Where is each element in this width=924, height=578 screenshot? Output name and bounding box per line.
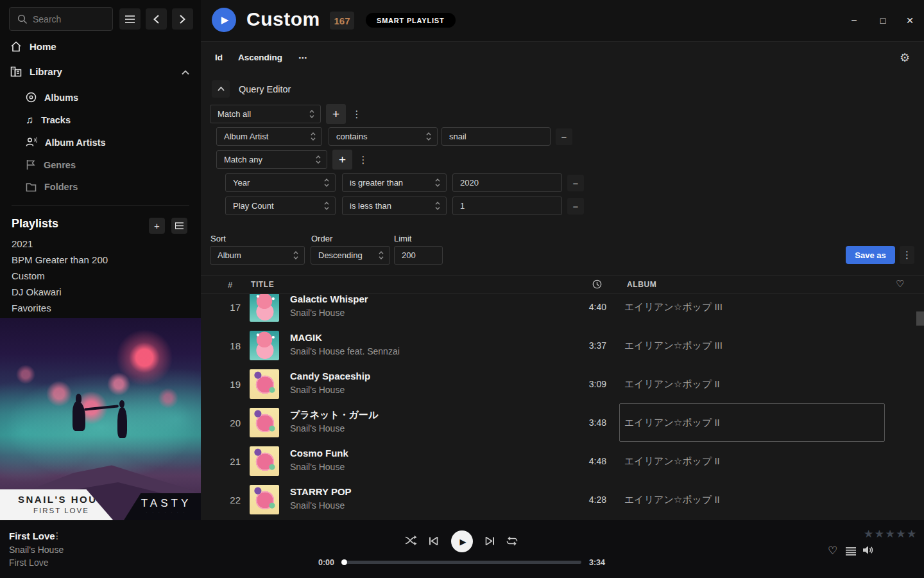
menu-button[interactable]: [119, 8, 141, 30]
sidebar-item-folders[interactable]: Folders: [26, 182, 78, 192]
track-duration: 4:28: [547, 480, 606, 519]
sidebar-item-tracks[interactable]: ♫ Tracks: [26, 114, 71, 126]
elapsed-time: 0:00: [308, 558, 334, 567]
rating-stars[interactable]: ★★★★★: [864, 527, 918, 541]
flag-icon: [26, 159, 36, 170]
order-label: Order: [311, 234, 332, 243]
index-column-header[interactable]: #: [228, 280, 233, 290]
sidebar-item-album-artists[interactable]: Album Artists: [26, 137, 106, 148]
seek-handle[interactable]: [341, 559, 347, 565]
minus-icon: −: [561, 132, 567, 143]
playlist-item[interactable]: DJ Okawari: [12, 286, 62, 297]
track-duration: 4:48: [547, 442, 606, 480]
sidebar-item-genres[interactable]: Genres: [26, 159, 76, 170]
sort-select[interactable]: Album: [210, 246, 305, 265]
volume-button[interactable]: [862, 545, 873, 555]
close-button[interactable]: ×: [900, 11, 920, 30]
track-row[interactable]: 19 Candy Spaceship Snail's House 3:09 エイ…: [201, 365, 924, 403]
rule-value-input[interactable]: [441, 127, 551, 146]
sidebar-item-library[interactable]: Library: [10, 66, 62, 77]
remove-rule-button[interactable]: −: [567, 175, 584, 191]
group-menu-button[interactable]: ⋮: [351, 104, 363, 124]
track-row[interactable]: 20 プラネット・ガール Snail's House 3:48 エイリアン☆ポッ…: [201, 403, 924, 442]
track-row[interactable]: 18 MAGIK Snail's House feat. Sennzai 3:3…: [201, 326, 924, 365]
rule-operator-select[interactable]: contains: [329, 127, 438, 146]
title-column-header[interactable]: TITLE: [251, 280, 274, 289]
nav-forward-button[interactable]: [172, 8, 193, 30]
limit-input[interactable]: [394, 246, 443, 265]
rule-operator-select[interactable]: is less than: [342, 197, 447, 215]
plus-icon: +: [332, 107, 339, 121]
minimize-button[interactable]: −: [844, 11, 864, 30]
home-icon: [10, 41, 22, 52]
rule-field-select[interactable]: Album Artist: [216, 127, 322, 146]
play-playlist-button[interactable]: ▶: [212, 8, 236, 32]
track-row[interactable]: 22 STARRY POP Snail's House 4:28 エイリアン☆ポ…: [201, 480, 924, 519]
rule-field-select[interactable]: Year: [225, 173, 336, 192]
favorite-column-header[interactable]: ♡: [896, 278, 905, 290]
select-stepper-icon: [293, 250, 298, 260]
seek-bar[interactable]: [343, 561, 581, 564]
sidebar: Home Library Albums ♫ Tracks: [0, 0, 201, 520]
playlist-item[interactable]: 2021: [12, 238, 33, 249]
queue-button[interactable]: [846, 547, 856, 556]
sidebar-item-home[interactable]: Home: [10, 41, 56, 52]
search-box[interactable]: [9, 7, 113, 31]
add-rule-button[interactable]: +: [332, 150, 352, 170]
repeat-button[interactable]: [506, 536, 518, 546]
chevron-up-icon[interactable]: [182, 70, 189, 75]
playlist-list-button[interactable]: [171, 218, 187, 234]
album-column-header[interactable]: ALBUM: [627, 280, 656, 289]
remove-rule-button[interactable]: −: [567, 198, 584, 215]
collapse-query-editor-button[interactable]: [212, 80, 230, 98]
sort-field-button[interactable]: Id: [215, 53, 223, 62]
track-artwork: [250, 369, 279, 399]
nav-back-button[interactable]: [146, 8, 167, 30]
shuffle-button[interactable]: [405, 535, 418, 546]
tracklist: 17 Galactic Whisper Snail's House 4:40 エ…: [201, 294, 924, 520]
sort-direction-button[interactable]: Ascending: [238, 53, 282, 62]
chevron-right-icon: [180, 15, 185, 24]
playlist-item[interactable]: Custom: [12, 270, 45, 281]
previous-button[interactable]: [429, 537, 438, 545]
add-playlist-button[interactable]: +: [149, 218, 165, 234]
play-pause-button[interactable]: ▶: [451, 530, 473, 552]
playlist-item[interactable]: Favorites: [12, 302, 51, 313]
rule-field-select[interactable]: Play Count: [225, 197, 336, 215]
rule-value-input[interactable]: [452, 197, 562, 215]
track-row[interactable]: 17 Galactic Whisper Snail's House 4:40 エ…: [201, 294, 924, 326]
select-value: Descending: [318, 250, 363, 260]
order-select[interactable]: Descending: [311, 246, 390, 265]
match-type-select[interactable]: Match all: [210, 105, 321, 123]
match-type-select[interactable]: Match any: [216, 150, 327, 169]
search-input[interactable]: [33, 8, 110, 30]
track-number: 17: [220, 294, 241, 326]
rule-value-input[interactable]: [452, 173, 562, 192]
playlist-item[interactable]: BPM Greater than 200: [12, 254, 108, 265]
save-menu-button[interactable]: ⋮: [900, 246, 914, 264]
scrollbar-thumb[interactable]: [916, 311, 924, 326]
maximize-button[interactable]: □: [873, 11, 893, 30]
remove-rule-button[interactable]: −: [556, 128, 572, 145]
more-options-button[interactable]: ⋯: [298, 53, 307, 63]
now-playing-menu-button[interactable]: ⋮: [53, 530, 62, 541]
group-menu-button[interactable]: ⋮: [357, 150, 369, 170]
track-number: 21: [220, 442, 241, 480]
favorite-button[interactable]: ♡: [828, 544, 837, 557]
settings-button[interactable]: ⚙: [900, 51, 910, 65]
track-row[interactable]: 21 Cosmo Funk Snail's House 4:48 エイリアン☆ポ…: [201, 442, 924, 480]
repeat-icon: [506, 536, 518, 546]
save-as-button[interactable]: Save as: [846, 246, 895, 264]
now-playing-artist: Snail's House: [9, 545, 64, 555]
play-icon: ▶: [221, 14, 229, 26]
sidebar-item-albums[interactable]: Albums: [26, 92, 78, 103]
duration-column-header[interactable]: [592, 279, 602, 289]
clock-icon: [592, 279, 602, 289]
track-album: エイリアン☆ポップ III: [624, 294, 723, 326]
add-rule-button[interactable]: +: [326, 104, 346, 124]
rule-operator-select[interactable]: is greater than: [342, 173, 447, 192]
track-artist: Snail's House: [290, 423, 345, 434]
sidebar-item-label: Albums: [44, 92, 78, 103]
next-button[interactable]: [485, 537, 495, 545]
track-artwork: [250, 331, 279, 360]
